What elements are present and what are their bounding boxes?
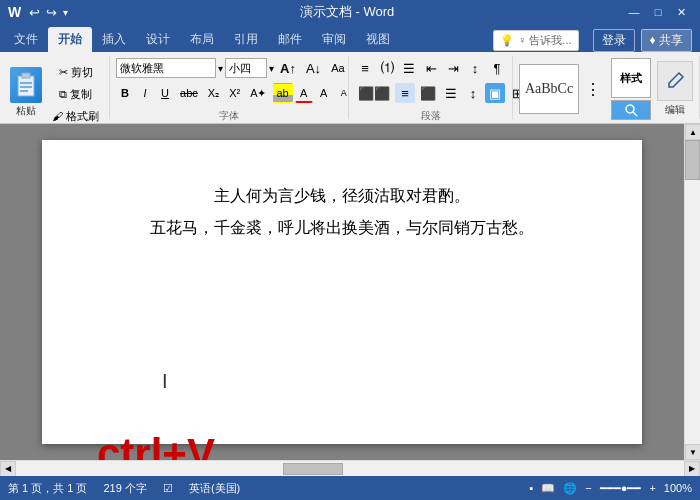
window-title: 演示文档 - Word — [300, 3, 394, 21]
subscript-btn[interactable]: X₂ — [204, 83, 223, 103]
view-web-btn[interactable]: 🌐 — [563, 482, 577, 495]
shrink-font-btn[interactable]: A↓ — [302, 58, 325, 78]
styles-expand-btn[interactable]: ⋮ — [581, 79, 605, 99]
title-bar: W ↩ ↪ ▾ 演示文档 - Word — □ ✕ — [0, 0, 700, 24]
edit-label: 编辑 — [665, 103, 685, 117]
edit-btn[interactable] — [657, 61, 693, 101]
font-group: ▾ ▾ A↑ A↓ Aa B I U abc X₂ X² A✦ ab A A A… — [110, 56, 349, 119]
underline-btn[interactable]: U — [156, 83, 174, 103]
paste-label: 粘贴 — [16, 104, 36, 118]
tab-mailings[interactable]: 邮件 — [268, 27, 312, 52]
para-row2: ⬛⬛ ≡ ⬛ ☰ ↕ ▣ ⊞ — [355, 83, 527, 103]
shortcut-hint: ctrl+V — [97, 430, 215, 460]
ribbon-tabs: 文件 开始 插入 设计 布局 引用 邮件 审阅 视图 💡 ♀ 告诉我... 登录… — [0, 24, 700, 52]
bold-btn[interactable]: B — [116, 83, 134, 103]
font-size-input[interactable] — [225, 58, 267, 78]
multilevel-btn[interactable]: ☰ — [399, 58, 419, 78]
paste-btn[interactable]: 粘贴 — [6, 65, 46, 120]
numbering-btn[interactable]: ⑴ — [377, 58, 397, 78]
bulb-icon: 💡 — [500, 34, 514, 47]
copy-btn[interactable]: ⧉ 复制 — [48, 84, 103, 104]
align-right-btn[interactable]: ⬛ — [417, 83, 439, 103]
customize-btn[interactable]: ▾ — [61, 7, 70, 18]
scroll-down-btn[interactable]: ▼ — [685, 444, 700, 460]
zoom-in-btn[interactable]: + — [649, 482, 655, 494]
scroll-thumb[interactable] — [685, 140, 700, 180]
view-read-btn[interactable]: 📖 — [541, 482, 555, 495]
style-search-btn[interactable] — [611, 100, 651, 120]
zoom-out-btn[interactable]: − — [585, 482, 591, 494]
para-label: 段落 — [355, 107, 506, 123]
font-size-dropdown[interactable]: ▾ — [269, 63, 274, 74]
zoom-slider[interactable]: ━━━●━━ — [600, 482, 642, 495]
sort-btn[interactable]: ↕ — [465, 58, 485, 78]
minimize-btn[interactable]: — — [624, 4, 644, 20]
svg-rect-4 — [20, 90, 28, 92]
align-center-btn[interactable]: ≡ — [395, 83, 415, 103]
strikethrough-btn[interactable]: abc — [176, 83, 202, 103]
login-btn[interactable]: 登录 — [593, 29, 635, 52]
svg-rect-1 — [22, 73, 30, 78]
tab-references[interactable]: 引用 — [224, 27, 268, 52]
h-scroll-track[interactable] — [16, 461, 684, 476]
clipboard-group: 粘贴 ✂ 剪切 ⧉ 复制 🖌 格式刷 剪贴板 — [0, 56, 110, 119]
font-name-input[interactable] — [116, 58, 216, 78]
scroll-track[interactable] — [685, 140, 700, 444]
h-scroll-thumb[interactable] — [283, 463, 343, 475]
tab-file[interactable]: 文件 — [4, 27, 48, 52]
font-size-aa1[interactable]: A — [315, 83, 333, 103]
font-color-btn[interactable]: A — [295, 83, 313, 103]
h-scroll-right-btn[interactable]: ▶ — [684, 461, 700, 477]
share-btn[interactable]: ♦ 共享 — [641, 29, 692, 52]
highlight-btn[interactable]: ab — [273, 83, 293, 103]
clear-format-btn[interactable]: Aa — [327, 58, 348, 78]
tab-design[interactable]: 设计 — [136, 27, 180, 52]
tab-home[interactable]: 开始 — [48, 27, 92, 52]
v-scrollbar[interactable]: ▲ ▼ — [684, 124, 700, 460]
styles-group: AaBbCc ⋮ 样式 编辑 — [513, 56, 700, 119]
bullets-btn[interactable]: ≡ — [355, 58, 375, 78]
decrease-indent-btn[interactable]: ⇤ — [421, 58, 441, 78]
tab-review[interactable]: 审阅 — [312, 27, 356, 52]
styles-preview[interactable]: AaBbCc — [519, 64, 579, 114]
close-btn[interactable]: ✕ — [672, 4, 692, 20]
h-scroll-left-btn[interactable]: ◀ — [0, 461, 16, 477]
svg-rect-3 — [20, 86, 32, 88]
scroll-up-btn[interactable]: ▲ — [685, 124, 700, 140]
style-btn[interactable]: 样式 — [611, 58, 651, 98]
undo-btn[interactable]: ↩ — [27, 5, 42, 20]
view-normal-btn[interactable]: ▪ — [529, 482, 533, 494]
italic-btn[interactable]: I — [136, 83, 154, 103]
superscript-btn[interactable]: X² — [225, 83, 244, 103]
para-group: ≡ ⑴ ☰ ⇤ ⇥ ↕ ¶ ⬛⬛ ≡ ⬛ ☰ ↕ ▣ ⊞ 段落 — [349, 56, 513, 119]
check-icon: ☑ — [163, 482, 173, 495]
page-info: 第 1 页，共 1 页 — [8, 481, 87, 496]
align-left-btn[interactable]: ⬛⬛ — [355, 83, 393, 103]
justify-btn[interactable]: ☰ — [441, 83, 461, 103]
format-painter-btn[interactable]: 🖌 格式刷 — [48, 106, 103, 126]
svg-point-5 — [626, 105, 634, 113]
tell-me-box[interactable]: 💡 ♀ 告诉我... — [493, 30, 578, 51]
tab-view[interactable]: 视图 — [356, 27, 400, 52]
doc-area: 主人何为言少钱，径须沽取对君酌。 五花马，千金裘，呼儿将出换美酒，与尔同销万古愁… — [0, 124, 684, 460]
tab-insert[interactable]: 插入 — [92, 27, 136, 52]
font-row1: ▾ ▾ A↑ A↓ Aa — [116, 58, 374, 78]
title-left: W ↩ ↪ ▾ — [8, 4, 70, 20]
shading-btn[interactable]: ▣ — [485, 83, 505, 103]
edit-icon — [665, 71, 685, 91]
ribbon-toolbar: 粘贴 ✂ 剪切 ⧉ 复制 🖌 格式刷 剪贴板 ▾ ▾ A↑ A↓ Aa — [0, 52, 700, 124]
line-spacing-btn[interactable]: ↕ — [463, 83, 483, 103]
text-effect-btn[interactable]: A✦ — [246, 83, 270, 103]
show-para-btn[interactable]: ¶ — [487, 58, 507, 78]
cut-btn[interactable]: ✂ 剪切 — [48, 62, 103, 82]
grow-font-btn[interactable]: A↑ — [276, 58, 300, 78]
redo-btn[interactable]: ↪ — [44, 5, 59, 20]
increase-indent-btn[interactable]: ⇥ — [443, 58, 463, 78]
font-name-dropdown[interactable]: ▾ — [218, 63, 223, 74]
doc-page: 主人何为言少钱，径须沽取对君酌。 五花马，千金裘，呼儿将出换美酒，与尔同销万古愁… — [42, 140, 642, 444]
tab-layout[interactable]: 布局 — [180, 27, 224, 52]
search-icon — [624, 103, 638, 117]
svg-rect-2 — [20, 82, 32, 84]
maximize-btn[interactable]: □ — [648, 4, 668, 20]
h-scrollbar[interactable]: ◀ ▶ — [0, 460, 700, 476]
